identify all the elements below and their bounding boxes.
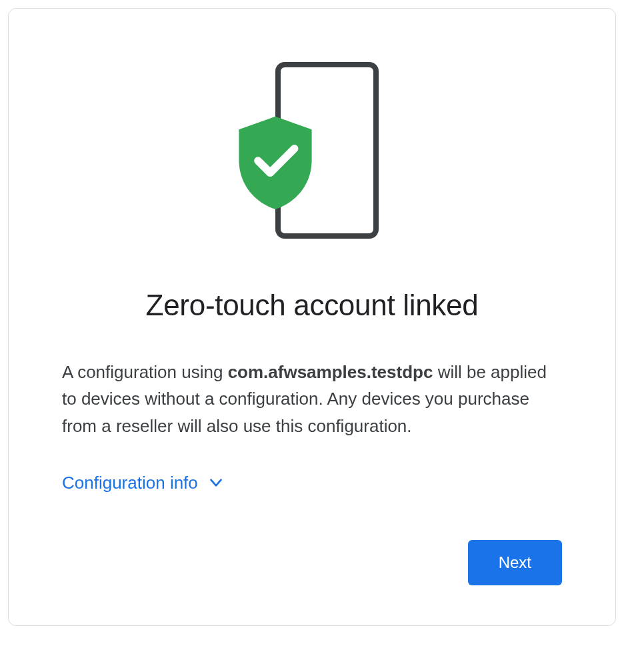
dialog-heading: Zero-touch account linked bbox=[62, 289, 562, 322]
configuration-info-toggle[interactable]: Configuration info bbox=[62, 473, 225, 493]
configuration-info-label: Configuration info bbox=[62, 473, 198, 493]
shield-check-icon bbox=[232, 112, 319, 212]
dialog-description: A configuration using com.afwsamples.tes… bbox=[62, 359, 562, 439]
dialog-actions: Next bbox=[62, 540, 562, 585]
chevron-down-icon bbox=[207, 474, 225, 491]
next-button[interactable]: Next bbox=[468, 540, 562, 585]
dialog-card: Zero-touch account linked A configuratio… bbox=[8, 8, 616, 626]
phone-shield-illustration bbox=[245, 62, 379, 249]
illustration-container bbox=[62, 62, 562, 249]
description-package-name: com.afwsamples.testdpc bbox=[228, 362, 433, 382]
description-part1: A configuration using bbox=[62, 362, 228, 382]
